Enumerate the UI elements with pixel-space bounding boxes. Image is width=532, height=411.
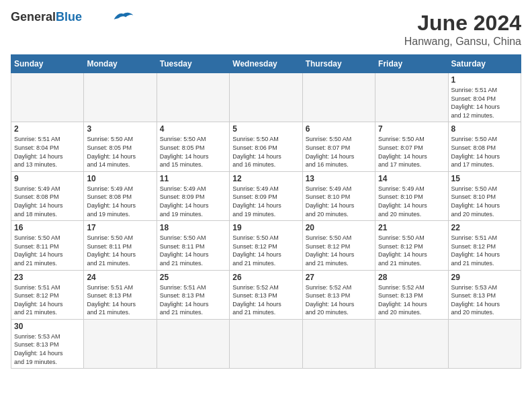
calendar-cell: 26Sunrise: 5:52 AM Sunset: 8:13 PM Dayli…	[230, 270, 302, 319]
day-info: Sunrise: 5:49 AM Sunset: 8:09 PM Dayligh…	[160, 185, 226, 218]
weekday-header-sunday: Sunday	[11, 55, 84, 73]
logo-blue: Blue	[56, 10, 82, 24]
day-number: 17	[87, 223, 153, 232]
calendar-cell	[448, 319, 521, 368]
calendar-cell	[230, 319, 302, 368]
day-number: 1	[451, 75, 518, 85]
day-info: Sunrise: 5:50 AM Sunset: 8:12 PM Dayligh…	[232, 234, 299, 267]
day-number: 16	[14, 223, 81, 232]
logo-general: General	[11, 10, 56, 24]
calendar-cell: 30Sunrise: 5:53 AM Sunset: 8:13 PM Dayli…	[11, 319, 84, 368]
week-row-2: 2Sunrise: 5:51 AM Sunset: 8:04 PM Daylig…	[11, 122, 521, 171]
title-area: June 2024 Hanwang, Gansu, China	[404, 11, 521, 48]
day-info: Sunrise: 5:50 AM Sunset: 8:06 PM Dayligh…	[232, 135, 299, 169]
week-row-3: 9Sunrise: 5:49 AM Sunset: 8:08 PM Daylig…	[11, 171, 521, 220]
calendar-cell: 22Sunrise: 5:51 AM Sunset: 8:12 PM Dayli…	[448, 221, 521, 270]
day-info: Sunrise: 5:50 AM Sunset: 8:11 PM Dayligh…	[87, 234, 153, 267]
day-number: 10	[87, 174, 153, 183]
day-info: Sunrise: 5:51 AM Sunset: 8:04 PM Dayligh…	[14, 135, 81, 169]
day-number: 24	[87, 273, 153, 282]
day-info: Sunrise: 5:50 AM Sunset: 8:12 PM Dayligh…	[306, 234, 372, 267]
day-info: Sunrise: 5:49 AM Sunset: 8:10 PM Dayligh…	[378, 185, 445, 218]
calendar-cell	[84, 319, 157, 368]
day-number: 18	[160, 223, 226, 232]
calendar-cell: 28Sunrise: 5:52 AM Sunset: 8:13 PM Dayli…	[375, 270, 448, 319]
day-number: 14	[378, 174, 445, 183]
calendar-table: SundayMondayTuesdayWednesdayThursdayFrid…	[11, 54, 521, 369]
day-number: 25	[160, 273, 226, 282]
calendar-cell: 4Sunrise: 5:50 AM Sunset: 8:05 PM Daylig…	[157, 122, 229, 171]
day-info: Sunrise: 5:50 AM Sunset: 8:07 PM Dayligh…	[378, 135, 445, 169]
week-row-4: 16Sunrise: 5:50 AM Sunset: 8:11 PM Dayli…	[11, 221, 521, 270]
day-number: 19	[232, 223, 299, 232]
calendar-cell: 7Sunrise: 5:50 AM Sunset: 8:07 PM Daylig…	[375, 122, 448, 171]
day-info: Sunrise: 5:52 AM Sunset: 8:13 PM Dayligh…	[306, 283, 372, 317]
day-number: 15	[451, 174, 518, 183]
calendar-cell: 8Sunrise: 5:50 AM Sunset: 8:08 PM Daylig…	[448, 122, 521, 171]
day-number: 6	[306, 124, 372, 134]
calendar-cell: 24Sunrise: 5:51 AM Sunset: 8:13 PM Dayli…	[84, 270, 157, 319]
weekday-header-row: SundayMondayTuesdayWednesdayThursdayFrid…	[11, 55, 521, 73]
day-number: 21	[378, 223, 445, 232]
calendar-cell: 14Sunrise: 5:49 AM Sunset: 8:10 PM Dayli…	[375, 171, 448, 220]
day-number: 12	[232, 174, 299, 183]
calendar-cell: 19Sunrise: 5:50 AM Sunset: 8:12 PM Dayli…	[230, 221, 302, 270]
day-number: 2	[14, 124, 81, 134]
day-number: 11	[160, 174, 226, 183]
day-info: Sunrise: 5:51 AM Sunset: 8:13 PM Dayligh…	[160, 283, 226, 317]
calendar-cell: 15Sunrise: 5:50 AM Sunset: 8:10 PM Dayli…	[448, 171, 521, 220]
calendar-cell: 23Sunrise: 5:51 AM Sunset: 8:12 PM Dayli…	[11, 270, 84, 319]
day-number: 13	[306, 174, 372, 183]
day-number: 30	[14, 322, 81, 331]
calendar-cell: 29Sunrise: 5:53 AM Sunset: 8:13 PM Dayli…	[448, 270, 521, 319]
day-info: Sunrise: 5:50 AM Sunset: 8:05 PM Dayligh…	[87, 135, 153, 169]
day-info: Sunrise: 5:53 AM Sunset: 8:13 PM Dayligh…	[14, 332, 81, 366]
day-number: 20	[306, 223, 372, 232]
calendar-cell	[302, 319, 375, 368]
weekday-header-wednesday: Wednesday	[230, 55, 302, 73]
weekday-header-monday: Monday	[84, 55, 157, 73]
calendar-cell: 5Sunrise: 5:50 AM Sunset: 8:06 PM Daylig…	[230, 122, 302, 171]
calendar-cell	[230, 73, 302, 122]
calendar-cell	[375, 319, 448, 368]
week-row-6: 30Sunrise: 5:53 AM Sunset: 8:13 PM Dayli…	[11, 319, 521, 368]
day-info: Sunrise: 5:52 AM Sunset: 8:13 PM Dayligh…	[378, 283, 445, 317]
calendar-cell: 20Sunrise: 5:50 AM Sunset: 8:12 PM Dayli…	[302, 221, 375, 270]
day-number: 23	[14, 273, 81, 282]
day-info: Sunrise: 5:49 AM Sunset: 8:08 PM Dayligh…	[87, 185, 153, 218]
day-number: 3	[87, 124, 153, 134]
day-info: Sunrise: 5:49 AM Sunset: 8:08 PM Dayligh…	[14, 185, 81, 218]
calendar-cell: 2Sunrise: 5:51 AM Sunset: 8:04 PM Daylig…	[11, 122, 84, 171]
day-info: Sunrise: 5:49 AM Sunset: 8:09 PM Dayligh…	[232, 185, 299, 218]
day-info: Sunrise: 5:50 AM Sunset: 8:10 PM Dayligh…	[451, 185, 518, 218]
calendar-cell: 17Sunrise: 5:50 AM Sunset: 8:11 PM Dayli…	[84, 221, 157, 270]
calendar-cell: 12Sunrise: 5:49 AM Sunset: 8:09 PM Dayli…	[230, 171, 302, 220]
day-info: Sunrise: 5:49 AM Sunset: 8:10 PM Dayligh…	[306, 185, 372, 218]
calendar-cell: 21Sunrise: 5:50 AM Sunset: 8:12 PM Dayli…	[375, 221, 448, 270]
calendar-cell	[11, 73, 84, 122]
calendar-cell: 9Sunrise: 5:49 AM Sunset: 8:08 PM Daylig…	[11, 171, 84, 220]
day-number: 4	[160, 124, 226, 134]
week-row-5: 23Sunrise: 5:51 AM Sunset: 8:12 PM Dayli…	[11, 270, 521, 319]
logo: GeneralBlue	[11, 11, 134, 24]
logo-text: GeneralBlue	[11, 11, 82, 24]
weekday-header-friday: Friday	[375, 55, 448, 73]
calendar-cell	[157, 319, 229, 368]
day-number: 9	[14, 174, 81, 183]
day-info: Sunrise: 5:50 AM Sunset: 8:05 PM Dayligh…	[160, 135, 226, 169]
day-info: Sunrise: 5:51 AM Sunset: 8:04 PM Dayligh…	[451, 86, 518, 120]
weekday-header-tuesday: Tuesday	[157, 55, 229, 73]
day-number: 8	[451, 124, 518, 134]
calendar-cell: 1Sunrise: 5:51 AM Sunset: 8:04 PM Daylig…	[448, 73, 521, 122]
day-info: Sunrise: 5:50 AM Sunset: 8:12 PM Dayligh…	[378, 234, 445, 267]
calendar-cell: 18Sunrise: 5:50 AM Sunset: 8:11 PM Dayli…	[157, 221, 229, 270]
day-number: 5	[232, 124, 299, 134]
day-number: 7	[378, 124, 445, 134]
weekday-header-saturday: Saturday	[448, 55, 521, 73]
location-title: Hanwang, Gansu, China	[404, 36, 521, 48]
day-info: Sunrise: 5:50 AM Sunset: 8:11 PM Dayligh…	[160, 234, 226, 267]
day-number: 28	[378, 273, 445, 282]
week-row-1: 1Sunrise: 5:51 AM Sunset: 8:04 PM Daylig…	[11, 73, 521, 122]
day-info: Sunrise: 5:50 AM Sunset: 8:07 PM Dayligh…	[306, 135, 372, 169]
calendar-cell: 13Sunrise: 5:49 AM Sunset: 8:10 PM Dayli…	[302, 171, 375, 220]
